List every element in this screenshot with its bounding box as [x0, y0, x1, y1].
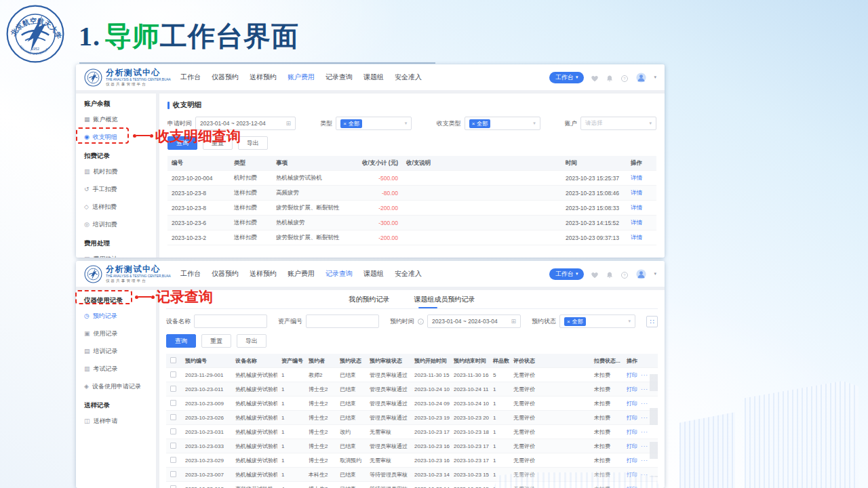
detail-link[interactable]: 详情 — [627, 234, 656, 242]
detail-link[interactable]: 详情 — [627, 219, 656, 227]
inout-type-select[interactable]: ×全部 ▾ — [465, 117, 540, 130]
sidebar-item-培训记录[interactable]: ▤培训记录 — [76, 342, 156, 360]
sidebar-item-送样扣费[interactable]: ◇送样扣费 — [76, 198, 156, 216]
sidebar-item-考试记录[interactable]: ▥考试记录 — [76, 360, 156, 378]
print-link[interactable]: 打印 — [627, 414, 637, 422]
sidebar-item-培训扣费[interactable]: ◎培训扣费 — [76, 216, 156, 233]
more-actions-icon[interactable]: ··· — [641, 429, 648, 435]
app-brand[interactable]: 分析测试中心 THE ANALYSIS & TESTING CENTER,BUA… — [84, 68, 171, 87]
reservation-date-range-picker[interactable]: 2023-01-04 ~ 2024-03-04 ⊞ — [427, 314, 521, 328]
favorite-heart-icon[interactable] — [591, 73, 599, 81]
tag-close-icon[interactable]: × — [343, 121, 347, 127]
sidebar-item-预约记录[interactable]: ◷预约记录 — [76, 307, 156, 325]
row-checkbox[interactable] — [170, 428, 176, 434]
print-link[interactable]: 打印 — [627, 428, 637, 436]
user-avatar[interactable] — [635, 268, 647, 280]
sidebar-item-使用记录[interactable]: ▣使用记录 — [76, 325, 156, 342]
print-link[interactable]: 打印 — [627, 443, 637, 450]
nav-item-送样预约[interactable]: 送样预约 — [250, 73, 277, 82]
nav-item-账户费用[interactable]: 账户费用 — [288, 73, 315, 82]
row-checkbox[interactable] — [170, 443, 176, 449]
nav-item-送样预约[interactable]: 送样预约 — [250, 269, 277, 279]
print-link[interactable]: 打印 — [627, 400, 637, 407]
favorite-heart-icon[interactable] — [591, 270, 599, 278]
nav-item-课题组[interactable]: 课题组 — [363, 269, 384, 279]
app-brand[interactable]: 分析测试中心 THE ANALYSIS & TESTING CENTER,BUA… — [84, 265, 171, 283]
main-nav: 工作台仪器预约送样预约账户费用记录查询课题组安全准入 — [180, 73, 422, 82]
notification-bell-icon[interactable] — [606, 73, 614, 81]
nav-item-账户费用[interactable]: 账户费用 — [288, 269, 315, 279]
help-icon[interactable]: ? — [620, 270, 629, 278]
print-link[interactable]: 打印 — [627, 386, 637, 393]
caret-down-icon: ▾ — [628, 319, 631, 324]
sidebar-item-label: 设备使用申请记录 — [92, 382, 141, 391]
more-actions-icon[interactable]: ··· — [641, 386, 648, 392]
print-link[interactable]: 打印 — [627, 457, 637, 464]
print-link[interactable]: 打印 — [627, 371, 637, 379]
row-checkbox[interactable] — [170, 371, 176, 378]
user-avatar[interactable] — [635, 72, 647, 83]
nav-item-安全准入[interactable]: 安全准入 — [395, 73, 422, 82]
export-button[interactable]: 导出 — [237, 334, 267, 348]
query-button[interactable]: 查询 — [166, 334, 196, 348]
select-all-checkbox[interactable] — [170, 357, 176, 363]
detail-link[interactable]: 详情 — [627, 189, 656, 197]
cell: 2023-10-20-004 — [167, 175, 230, 182]
avatar-caret-icon[interactable]: ▾ — [654, 271, 656, 277]
row-checkbox[interactable] — [170, 471, 176, 477]
cell: 1 — [489, 443, 509, 449]
tab-my-reservations[interactable]: 我的预约记录 — [349, 295, 390, 308]
more-actions-icon[interactable]: ··· — [641, 372, 648, 378]
help-icon[interactable]: ? — [620, 73, 629, 81]
annotation-income-expense-query: 收支明细查询 — [155, 127, 241, 146]
asset-number-input[interactable] — [306, 314, 379, 328]
nav-item-安全准入[interactable]: 安全准入 — [395, 269, 422, 279]
expand-columns-icon[interactable]: ∷ — [646, 316, 658, 327]
sidebar-item-账户概览[interactable]: ▦账户概览 — [76, 110, 156, 128]
notification-bell-icon[interactable] — [606, 270, 614, 278]
detail-link[interactable]: 详情 — [627, 174, 656, 182]
avatar-caret-icon[interactable]: ▾ — [654, 75, 656, 80]
tab-group-member-reservations[interactable]: 课题组成员预约记录 — [414, 295, 475, 308]
more-actions-icon[interactable]: ··· — [641, 401, 648, 407]
nav-item-工作台[interactable]: 工作台 — [180, 269, 201, 279]
nav-item-课题组[interactable]: 课题组 — [363, 73, 384, 82]
tag-close-icon[interactable]: × — [567, 319, 570, 325]
row-checkbox[interactable] — [170, 485, 176, 488]
nav-item-记录查询[interactable]: 记录查询 — [326, 269, 353, 279]
workspace-switch-button[interactable]: 工作台▾ — [549, 72, 585, 83]
cell: 送样扣费 — [230, 189, 272, 197]
cell — [166, 414, 181, 422]
row-checkbox[interactable] — [170, 400, 176, 406]
reservation-status-select[interactable]: ×全部 ▾ — [559, 314, 635, 328]
row-checkbox[interactable] — [170, 457, 176, 463]
row-checkbox[interactable] — [170, 386, 176, 392]
row-checkbox[interactable] — [170, 414, 176, 420]
account-select[interactable]: 请选择 ▾ — [580, 117, 656, 130]
export-button[interactable]: 导出 — [238, 136, 268, 150]
more-actions-icon[interactable]: ··· — [641, 458, 648, 464]
nav-item-工作台[interactable]: 工作台 — [180, 73, 201, 82]
more-actions-icon[interactable]: ··· — [641, 415, 648, 421]
detail-link[interactable]: 详情 — [627, 204, 656, 212]
device-name-input[interactable] — [194, 314, 267, 328]
table-row: 2023-10-23-011热机械疲劳试验机1博士生2已结束管理员审核通过202… — [166, 382, 658, 396]
more-actions-icon[interactable]: ··· — [641, 443, 648, 449]
cell — [166, 443, 181, 450]
reset-button[interactable]: 重置 — [201, 334, 231, 348]
cell: 2023-10-23 17:00 — [450, 443, 489, 449]
nav-item-仪器预约[interactable]: 仪器预约 — [212, 269, 239, 279]
workspace-switch-button[interactable]: 工作台▾ — [549, 268, 585, 280]
sidebar-item-机时扣费[interactable]: ▥机时扣费 — [76, 163, 156, 180]
sidebar-item-设备使用申请记录[interactable]: ◈设备使用申请记录 — [76, 378, 156, 395]
nav-item-记录查询[interactable]: 记录查询 — [326, 73, 353, 82]
type-select[interactable]: ×全部 ▾ — [336, 117, 412, 130]
nav-item-仪器预约[interactable]: 仪器预约 — [212, 73, 239, 82]
column-header: 预约状态 — [336, 357, 366, 365]
sidebar-item-费用确认[interactable]: ▤费用确认 — [76, 250, 156, 258]
tag-close-icon[interactable]: × — [472, 121, 475, 127]
cell: 无需评价 — [509, 457, 590, 464]
sidebar-item-手工扣费[interactable]: ↺手工扣费 — [76, 180, 156, 198]
sidebar-item-送样申请[interactable]: ◫送样申请 — [76, 412, 156, 430]
cell: -200.00 — [351, 235, 402, 241]
